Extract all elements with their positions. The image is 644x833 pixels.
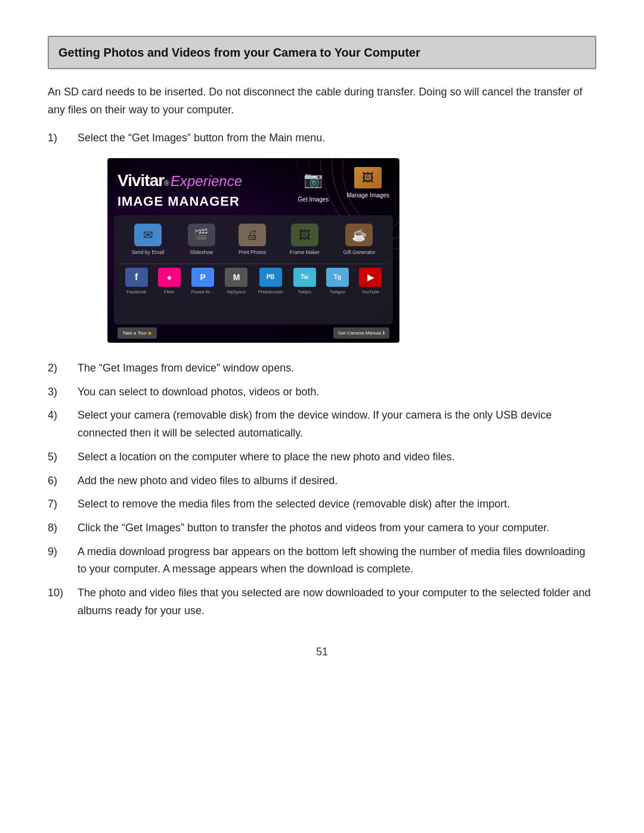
- tour-button-label: Take a Tour: [122, 329, 147, 337]
- step-1-text: Select the “Get Images” button from the …: [78, 132, 325, 144]
- step-8-content: Click the “Get Images” button to transfe…: [78, 519, 596, 537]
- slideshow-icon: 🎬 Slideshow: [188, 224, 215, 256]
- step-2: 2) The “Get Images from device” window o…: [48, 360, 596, 377]
- send-by-email-icon: ✉ Send by Email: [132, 224, 165, 256]
- vivitar-screenshot: Vivitar ® Experience IMAGE MANAGER 📷 Get…: [107, 158, 400, 343]
- step-3: 3) You can select to download photos, vi…: [48, 383, 596, 401]
- picasa-icon: P Picasa Web Albums: [191, 268, 215, 296]
- manual-button-label: Get Camera Manual: [338, 329, 381, 337]
- gift-generator-label: Gift Generator: [343, 248, 375, 256]
- vivitar-registered: ®: [164, 178, 169, 190]
- frame-maker-icon: 🖼 Frame Maker: [290, 224, 320, 256]
- top-icons: 📷 Get Images 🖼 Manage Images: [298, 167, 389, 205]
- step-9-content: A media download progress bar appears on…: [78, 543, 596, 578]
- step-9: 9) A media download progress bar appears…: [48, 543, 596, 578]
- step-7: 7) Select to remove the media files from…: [48, 496, 596, 513]
- gift-generator-icon: ☕ Gift Generator: [343, 224, 375, 256]
- get-images-label: Get Images: [298, 195, 329, 205]
- intro-paragraph: An SD card needs to be inserted. Do not …: [48, 83, 596, 119]
- vivitar-italic-text: Experience: [171, 169, 242, 193]
- youtube-label: YouTube: [362, 289, 379, 296]
- manual-button[interactable]: Get Camera Manual ℹ: [333, 327, 389, 339]
- step-8-num: 8): [48, 519, 78, 537]
- step-10-content: The photo and video files that you selec…: [78, 584, 596, 620]
- step-5: 5) Select a location on the computer whe…: [48, 448, 596, 466]
- step-2-content: The “Get Images from device” window open…: [78, 360, 596, 377]
- step-2-num: 2): [48, 360, 78, 377]
- step-7-num: 7): [48, 496, 78, 513]
- step-3-content: You can select to download photos, video…: [78, 383, 596, 401]
- photobucket-icon: PB Photobucket: [258, 268, 283, 296]
- youtube-icon: ▶ YouTube: [359, 268, 382, 296]
- info-icon: ℹ: [383, 329, 385, 337]
- myspace-icon: M MySpace: [225, 268, 247, 296]
- step-10-num: 10): [48, 584, 78, 602]
- picasa-label: Picasa Web Albums: [191, 289, 215, 296]
- twitpic-label: Twitpic: [298, 289, 311, 296]
- step-4-num: 4): [48, 407, 78, 425]
- get-images-icon: 📷 Get Images: [298, 167, 329, 205]
- frame-maker-label: Frame Maker: [290, 248, 320, 256]
- photobucket-label: Photobucket: [258, 289, 283, 296]
- section-title: Getting Photos and Videos from your Came…: [58, 46, 420, 59]
- myspace-label: MySpace: [227, 289, 246, 296]
- social-icon-row: f Facebook ● Flickr P Picasa Web Albums: [120, 265, 387, 298]
- step-9-num: 9): [48, 543, 78, 561]
- facebook-icon: f Facebook: [125, 268, 148, 296]
- step-6: 6) Add the new photo and video files to …: [48, 472, 596, 490]
- print-photos-label: Print Photos: [239, 248, 266, 256]
- steps-list: 1) Select the “Get Images” button from t…: [48, 129, 596, 620]
- send-by-email-label: Send by Email: [132, 248, 165, 256]
- twitgoo-icon: Tg Twitgoo: [326, 268, 349, 296]
- step-6-content: Add the new photo and video files to alb…: [78, 472, 596, 490]
- bottom-bar: Take a Tour ▶ Get Camera Manual ℹ: [117, 327, 389, 339]
- panel-divider: [120, 264, 387, 264]
- page-number: 51: [48, 643, 596, 661]
- tour-button[interactable]: Take a Tour ▶: [117, 327, 157, 339]
- step-4: 4) Select your camera (removable disk) f…: [48, 407, 596, 442]
- screenshot-container: Vivitar ® Experience IMAGE MANAGER 📷 Get…: [107, 158, 400, 343]
- inner-panel: ✉ Send by Email 🎬 Slideshow 🖨 Print Phot…: [114, 215, 393, 324]
- app-icon-row: ✉ Send by Email 🎬 Slideshow 🖨 Print Phot…: [120, 221, 387, 259]
- step-1-num: 1): [48, 129, 78, 147]
- vivitar-bold-text: Vivitar: [117, 167, 164, 194]
- slideshow-label: Slideshow: [190, 248, 213, 256]
- step-5-content: Select a location on the computer where …: [78, 448, 596, 466]
- print-photos-icon: 🖨 Print Photos: [239, 224, 266, 256]
- manage-images-label: Manage Images: [346, 191, 389, 201]
- step-8: 8) Click the “Get Images” button to tran…: [48, 519, 596, 537]
- twitpic-icon: Tw Twitpic: [293, 268, 316, 296]
- step-5-num: 5): [48, 448, 78, 466]
- step-4-content: Select your camera (removable disk) from…: [78, 407, 596, 442]
- facebook-label: Facebook: [126, 289, 146, 296]
- step-1: 1) Select the “Get Images” button from t…: [48, 129, 596, 354]
- step-7-content: Select to remove the media files from th…: [78, 496, 596, 513]
- flickr-icon: ● Flickr: [158, 268, 181, 296]
- manage-images-icon: 🖼 Manage Images: [346, 167, 389, 201]
- section-header: Getting Photos and Videos from your Came…: [48, 36, 596, 69]
- step-10: 10) The photo and video files that you s…: [48, 584, 596, 620]
- twitgoo-label: Twitgoo: [330, 289, 345, 296]
- step-6-num: 6): [48, 472, 78, 490]
- step-3-num: 3): [48, 383, 78, 401]
- flickr-label: Flickr: [164, 289, 175, 296]
- play-icon: ▶: [148, 329, 152, 337]
